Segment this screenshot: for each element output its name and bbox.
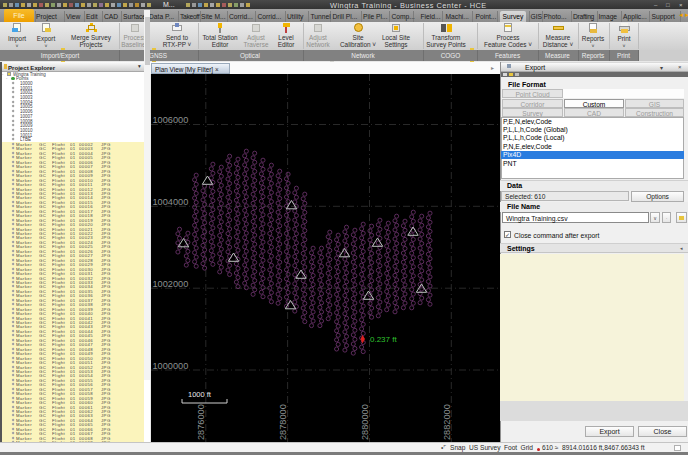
svg-text:2878000: 2878000: [278, 404, 288, 440]
svg-text:0.237 ft: 0.237 ft: [370, 335, 397, 344]
svg-text:1006000: 1006000: [153, 115, 189, 125]
svg-text:1004000: 1004000: [153, 197, 189, 207]
svg-text:2882000: 2882000: [442, 404, 452, 440]
svg-text:2880000: 2880000: [360, 404, 370, 440]
svg-text:1000000: 1000000: [153, 361, 189, 371]
svg-text:2876000: 2876000: [196, 404, 206, 440]
svg-text:1000 ft: 1000 ft: [188, 390, 212, 399]
svg-text:1002000: 1002000: [153, 279, 189, 289]
